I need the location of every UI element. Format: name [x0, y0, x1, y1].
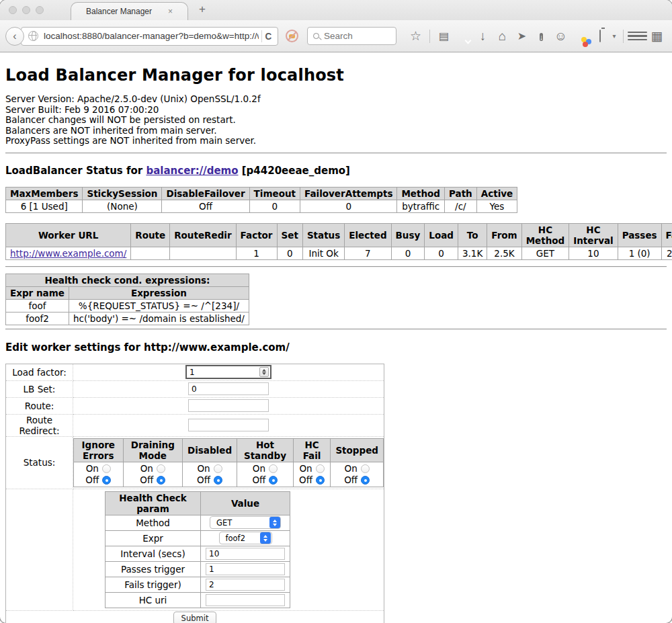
- worker-row: http://www.example.com/ 1 0 Init Ok 7 0 …: [6, 247, 672, 259]
- battery-extension-icon[interactable]: [590, 30, 610, 42]
- on-label: On: [197, 463, 210, 474]
- expr-row: Expr foof2: [106, 530, 290, 546]
- ignore-errors-off-radio[interactable]: [102, 476, 111, 485]
- hc-method-value: GET: [521, 247, 569, 259]
- bookmark-star-icon[interactable]: ☆: [406, 28, 425, 44]
- status-header-row: Ignore Errors Draining Mode Disabled Hot…: [74, 438, 384, 462]
- menu-hamburger-icon[interactable]: [628, 30, 647, 43]
- hc-params-row: Health Check param Value Method GET: [6, 489, 384, 610]
- draining-mode-on-radio[interactable]: [157, 464, 165, 473]
- site-identity-globe-icon[interactable]: [28, 31, 38, 41]
- method-row: Method GET: [106, 515, 290, 530]
- column-header: HC Fail: [293, 438, 331, 462]
- section-divider: [5, 329, 667, 330]
- expr-select[interactable]: foof2: [219, 532, 272, 544]
- edit-worker-form: Load factor: LB Set: Route: Route Redire…: [5, 364, 384, 623]
- toolbar-divider: [623, 30, 624, 43]
- window-controls: [9, 6, 44, 14]
- tiles-grid-icon[interactable]: ▦: [647, 28, 667, 44]
- passes-input[interactable]: [206, 563, 285, 575]
- load-factor-field[interactable]: [187, 368, 259, 377]
- fails-value: 2 (0): [661, 247, 672, 259]
- close-window-button[interactable]: [9, 6, 17, 14]
- zoom-window-button[interactable]: [36, 6, 44, 14]
- minimize-window-button[interactable]: [22, 6, 30, 14]
- send-tab-icon[interactable]: ➤: [512, 30, 532, 42]
- hc-fail-off-radio[interactable]: [316, 476, 325, 485]
- hc-interval-value: 10: [569, 247, 618, 259]
- expr-selected-value: foof2: [226, 534, 246, 543]
- stopped-off-radio[interactable]: [361, 476, 370, 485]
- column-header: Ignore Errors: [74, 438, 124, 462]
- page-content: Load Balancer Manager for localhost Serv…: [0, 66, 672, 623]
- on-label: On: [86, 463, 99, 474]
- tab-close-icon[interactable]: ×: [168, 7, 173, 16]
- number-stepper-icon[interactable]: [259, 367, 269, 377]
- column-header: Active: [476, 187, 517, 200]
- toolbar-icons: ☆ ▤ ↓ ⌂ ➤ ↓ ☺ ▾ ▦: [406, 28, 667, 44]
- column-header: Set: [277, 223, 302, 247]
- table-header-row: Worker URL Route RouteRedir Factor Set S…: [6, 223, 672, 247]
- toolbar-divider: [429, 30, 430, 43]
- column-header: Expression: [69, 286, 249, 299]
- downloads-icon[interactable]: ↓: [473, 29, 493, 44]
- new-tab-button[interactable]: +: [199, 3, 206, 16]
- route-input[interactable]: [188, 399, 269, 412]
- submit-button[interactable]: Submit: [173, 612, 217, 623]
- hc-uri-input[interactable]: [206, 594, 285, 606]
- search-input[interactable]: [324, 31, 384, 41]
- back-button[interactable]: ‹: [5, 27, 24, 46]
- search-bar[interactable]: [307, 27, 396, 45]
- route-value: [131, 247, 170, 259]
- tab-balancer-manager[interactable]: Balancer Manager ×: [71, 2, 188, 20]
- tab-bar: Balancer Manager × +: [0, 0, 672, 20]
- set-value: 0: [277, 247, 302, 259]
- worker-status-table: Worker URL Route RouteRedir Factor Set S…: [5, 223, 672, 260]
- column-header: Draining Mode: [123, 438, 182, 462]
- route-redirect-input[interactable]: [188, 419, 269, 431]
- interval-input[interactable]: [206, 548, 285, 560]
- table-header-row: Health Check param Value: [106, 491, 290, 515]
- routeredir-value: [170, 247, 236, 259]
- extension-save-icon[interactable]: ↓: [532, 30, 551, 42]
- disabled-on-radio[interactable]: [214, 464, 222, 473]
- hc-fail-on-radio[interactable]: [316, 464, 325, 473]
- column-header: MaxMembers: [6, 187, 83, 200]
- to-value: 3.1K: [458, 247, 487, 259]
- column-header: Disabled: [182, 438, 237, 462]
- expr-label: Expr: [106, 530, 201, 546]
- draining-mode-off-radio[interactable]: [157, 476, 165, 485]
- column-header: To: [458, 223, 487, 247]
- server-built-line: Server Built: Feb 9 2016 07:00:20: [5, 105, 667, 116]
- hc-uri-label: HC uri: [106, 592, 201, 608]
- stopped-on-radio[interactable]: [361, 464, 370, 473]
- lb-set-input[interactable]: [188, 382, 269, 395]
- balancer-demo-link[interactable]: balancer://demo: [146, 165, 238, 177]
- feedback-smiley-icon[interactable]: ☺: [551, 29, 571, 44]
- navigation-toolbar: ‹ localhost:8880/balancer-manager?b=demo…: [0, 20, 672, 52]
- url-bar[interactable]: localhost:8880/balancer-manager?b=demo&w…: [21, 27, 278, 46]
- load-factor-input[interactable]: [185, 365, 271, 379]
- status-row: Status: Ignore Errors Draining Mode Disa…: [6, 436, 384, 489]
- section-divider: [5, 266, 667, 267]
- hot-standby-on-radio[interactable]: [269, 464, 278, 473]
- ignore-errors-on-radio[interactable]: [102, 464, 111, 473]
- overflow-caret-icon[interactable]: ▾: [610, 32, 619, 40]
- disabled-off-radio[interactable]: [214, 476, 222, 485]
- home-icon[interactable]: ⌂: [493, 29, 512, 44]
- edit-worker-heading: Edit worker settings for http://www.exam…: [5, 341, 667, 354]
- column-header: Elected: [345, 223, 391, 247]
- reading-list-icon[interactable]: ▤: [434, 30, 454, 42]
- lb-set-row: LB Set:: [6, 380, 384, 397]
- content-blocked-icon[interactable]: [286, 30, 298, 42]
- url-text[interactable]: localhost:8880/balancer-manager?b=demo&w…: [44, 31, 259, 41]
- hot-standby-off-radio[interactable]: [269, 476, 278, 485]
- route-row: Route:: [6, 397, 384, 414]
- server-version-line: Server Version: Apache/2.5.0-dev (Unix) …: [5, 94, 667, 105]
- worker-url-link[interactable]: http://www.example.com/: [10, 248, 126, 259]
- table-header-row: MaxMembers StickySession DisableFailover…: [6, 187, 517, 200]
- reload-icon[interactable]: C: [265, 30, 272, 42]
- off-label: Off: [299, 474, 312, 485]
- fails-input[interactable]: [206, 579, 285, 591]
- method-select[interactable]: GET: [210, 516, 281, 529]
